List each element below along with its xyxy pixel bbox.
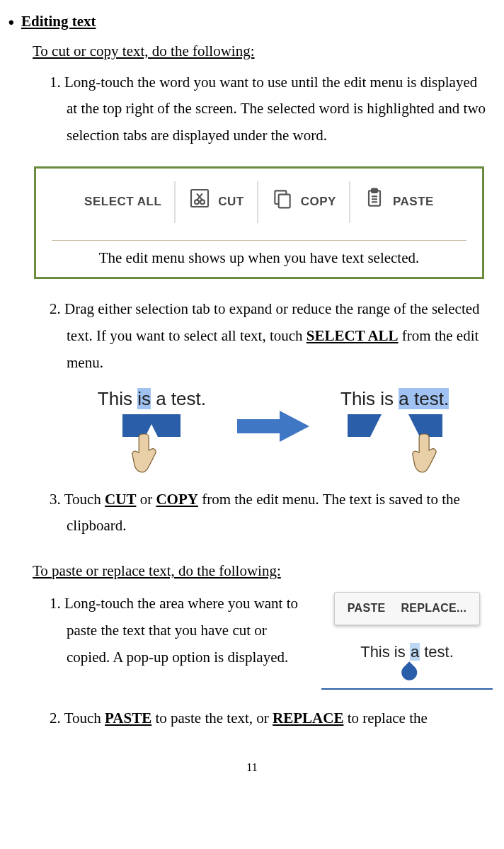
manual-page: • Editing text To cut or copy text, do t… — [8, 8, 496, 778]
selection-right-hl: a test. — [399, 388, 449, 409]
step-text-b: to paste the text, or — [151, 710, 273, 727]
paste-step-1: 1. Long-touch the area where you want to… — [50, 591, 303, 671]
step-text-a: Touch — [64, 491, 105, 508]
step-number: 2. — [50, 300, 64, 317]
svg-rect-0 — [191, 190, 208, 207]
paste-bold: PASTE — [105, 710, 151, 727]
cut-copy-step-2: 2. Drag either selection tab to expand o… — [50, 296, 491, 376]
cursor-post: test. — [420, 643, 454, 661]
cut-copy-subhead: To cut or copy text, do the following: — [33, 38, 496, 65]
replace-bold: REPLACE — [273, 710, 343, 727]
cut-copy-step-3: 3. Touch CUT or COPY from the edit menu.… — [50, 486, 491, 540]
cut-bold: CUT — [105, 491, 136, 508]
cut-button[interactable]: CUT — [176, 181, 258, 223]
edit-menu-figure: SELECT ALL CUT — [34, 166, 484, 279]
svg-rect-4 — [278, 195, 290, 208]
selection-handle-left-icon[interactable] — [348, 414, 370, 437]
paste-step-2: 2. Touch PASTE to paste the text, or REP… — [50, 705, 491, 732]
copy-button[interactable]: COPY — [258, 181, 350, 223]
step-text: Long-touch the word you want to use unti… — [64, 74, 486, 144]
cursor-letter: a — [410, 643, 420, 661]
cut-label: CUT — [218, 191, 244, 213]
cut-copy-step-1: 1. Long-touch the word you want to use u… — [50, 69, 491, 149]
cut-icon — [188, 187, 211, 217]
select-all-label: SELECT ALL — [84, 191, 161, 213]
paste-label: PASTE — [393, 191, 434, 213]
paste-popup: PASTE REPLACE... — [334, 592, 480, 625]
page-number: 11 — [8, 758, 496, 778]
step-number: 1. — [50, 595, 64, 612]
step-text-c: to replace the — [343, 710, 427, 727]
finger-icon — [410, 433, 441, 486]
popup-paste-button[interactable]: PASTE — [348, 598, 386, 619]
paste-step-1-row: 1. Long-touch the area where you want to… — [33, 589, 496, 690]
step-or: or — [136, 491, 156, 508]
paste-popup-figure: PASTE REPLACE... This is a test. — [319, 589, 496, 690]
selection-left: This is a test. — [98, 382, 206, 478]
cursor-handle-icon[interactable] — [399, 662, 420, 684]
step-number: 2. — [50, 710, 64, 727]
finger-icon — [130, 433, 161, 486]
copy-label: COPY — [301, 191, 336, 213]
copy-bold: COPY — [156, 491, 198, 508]
step-text: Long-touch the area where you want to pa… — [64, 595, 298, 666]
paste-replace-subhead: To paste or replace text, do the followi… — [33, 558, 496, 585]
text-cursor[interactable]: a — [410, 638, 420, 666]
selection-right: This is a test. — [340, 382, 449, 478]
step-text-a: Touch — [64, 710, 105, 727]
edit-menu-caption: The edit menu shows up when you have tex… — [52, 240, 466, 272]
step-number: 1. — [50, 74, 64, 91]
select-all-button[interactable]: SELECT ALL — [71, 181, 176, 223]
selection-right-pre: This is — [340, 388, 399, 409]
step-text-bold: SELECT ALL — [307, 327, 399, 344]
svg-point-1 — [195, 200, 199, 204]
edit-menu-bar: SELECT ALL CUT — [45, 181, 474, 223]
svg-point-2 — [200, 200, 205, 204]
cursor-pre: This is — [360, 643, 410, 661]
svg-rect-6 — [372, 189, 377, 193]
selection-left-handles — [98, 414, 206, 478]
copy-icon — [271, 187, 294, 217]
bullet-icon: • — [8, 15, 21, 30]
selection-right-text: This is a test. — [340, 382, 449, 416]
cursor-underline — [321, 688, 493, 690]
paste-button[interactable]: PASTE — [350, 181, 447, 223]
popup-replace-button[interactable]: REPLACE... — [401, 598, 466, 619]
arrow-right-icon — [234, 406, 312, 454]
section-heading: • Editing text — [8, 8, 496, 35]
selection-figure: This is a test. This is a test. — [51, 382, 496, 478]
paste-icon — [363, 187, 386, 217]
cursor-example-text: This is a test. — [319, 638, 496, 666]
selection-right-handles — [340, 414, 449, 478]
heading-title: Editing text — [21, 8, 96, 35]
selection-handle-right-icon[interactable] — [158, 414, 181, 437]
step-number: 3. — [50, 491, 64, 508]
selection-left-text: This is a test. — [98, 382, 206, 416]
